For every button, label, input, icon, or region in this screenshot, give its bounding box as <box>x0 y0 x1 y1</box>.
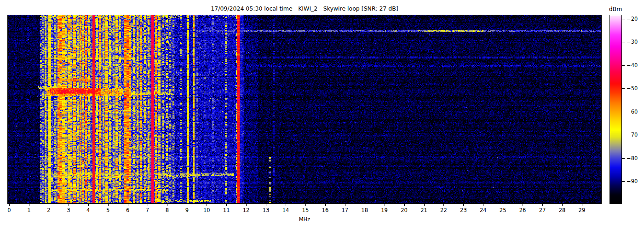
x-tick-mark <box>483 204 483 206</box>
x-tick-mark <box>542 204 543 206</box>
x-tick-mark <box>88 204 89 206</box>
colorbar-tick-mark <box>622 88 625 89</box>
x-tick-label: 23 <box>460 207 467 213</box>
x-tick-label: 12 <box>243 207 250 213</box>
x-tick-label: 5 <box>106 207 109 213</box>
x-tick-label: 28 <box>559 207 566 213</box>
x-tick-mark <box>187 204 187 206</box>
x-tick-label: 1 <box>27 207 30 213</box>
x-tick-mark <box>424 204 425 206</box>
colorbar <box>610 15 622 204</box>
colorbar-tick-label: −30 <box>627 39 638 45</box>
colorbar-tick-label: −20 <box>627 15 638 22</box>
x-tick-mark <box>128 204 128 206</box>
x-tick-mark <box>108 204 109 206</box>
x-tick-label: 9 <box>185 207 189 213</box>
x-tick-mark <box>266 204 266 206</box>
colorbar-tick-mark <box>622 42 625 42</box>
x-tick-mark <box>286 204 286 206</box>
colorbar-tick-mark <box>622 135 625 135</box>
x-tick-mark <box>69 204 69 206</box>
x-tick-mark <box>385 204 385 206</box>
x-axis-label: MHz <box>8 216 601 223</box>
chart-title: 17/09/2024 05:30 local time - KIWI_2 - S… <box>8 5 601 12</box>
x-tick-label: 13 <box>263 207 270 213</box>
colorbar-tick-label: −60 <box>627 108 638 115</box>
colorbar-tick-mark <box>622 65 625 66</box>
colorbar-tick-mark <box>622 158 625 159</box>
x-tick-mark <box>463 204 464 206</box>
x-tick-label: 21 <box>420 207 427 213</box>
x-tick-label: 4 <box>86 207 90 213</box>
x-tick-label: 27 <box>539 207 546 213</box>
colorbar-tick-label: −50 <box>627 85 638 92</box>
x-tick-label: 6 <box>126 207 129 213</box>
waterfall-plot-area <box>7 15 602 204</box>
x-tick-mark <box>523 204 523 206</box>
x-tick-label: 10 <box>203 207 210 213</box>
x-tick-label: 26 <box>519 207 526 213</box>
x-tick-mark <box>9 204 10 206</box>
x-tick-label: 25 <box>500 207 506 213</box>
x-tick-mark <box>305 204 306 206</box>
x-tick-label: 0 <box>7 207 11 213</box>
x-tick-mark <box>49 204 49 206</box>
x-tick-mark <box>325 204 326 206</box>
x-tick-mark <box>167 204 167 206</box>
x-tick-mark <box>29 204 29 206</box>
x-tick-label: 11 <box>223 207 230 213</box>
colorbar-canvas <box>610 15 621 203</box>
x-tick-label: 29 <box>579 207 586 213</box>
colorbar-unit-label: dBm <box>604 6 627 12</box>
x-tick-mark <box>562 204 563 206</box>
x-tick-label: 8 <box>166 207 169 213</box>
x-tick-label: 15 <box>302 207 309 213</box>
x-tick-mark <box>148 204 148 206</box>
x-tick-mark <box>207 204 207 206</box>
colorbar-tick-mark <box>622 181 625 182</box>
x-tick-mark <box>582 204 582 206</box>
x-tick-label: 7 <box>146 207 149 213</box>
spectrogram-figure: 17/09/2024 05:30 local time - KIWI_2 - S… <box>0 0 644 230</box>
x-tick-label: 18 <box>361 207 368 213</box>
colorbar-tick-label: −40 <box>627 62 638 68</box>
x-tick-label: 17 <box>341 207 348 213</box>
x-tick-label: 3 <box>67 207 70 213</box>
waterfall-canvas <box>8 15 601 203</box>
x-tick-mark <box>345 204 345 206</box>
colorbar-tick-label: −90 <box>627 178 638 184</box>
x-tick-label: 2 <box>47 207 50 213</box>
x-tick-mark <box>404 204 405 206</box>
x-tick-label: 20 <box>401 207 408 213</box>
x-tick-mark <box>503 204 503 206</box>
colorbar-tick-mark <box>622 19 625 19</box>
x-tick-label: 24 <box>480 207 487 213</box>
x-tick-mark <box>365 204 365 206</box>
x-tick-mark <box>443 204 444 206</box>
x-tick-mark <box>226 204 227 206</box>
colorbar-tick-label: −70 <box>627 132 638 138</box>
x-tick-label: 16 <box>322 207 329 213</box>
colorbar-tick-label: −80 <box>627 155 638 161</box>
x-tick-label: 19 <box>381 207 388 213</box>
x-tick-mark <box>246 204 247 206</box>
x-tick-label: 22 <box>440 207 447 213</box>
colorbar-tick-mark <box>622 112 625 112</box>
x-tick-label: 14 <box>282 207 289 213</box>
